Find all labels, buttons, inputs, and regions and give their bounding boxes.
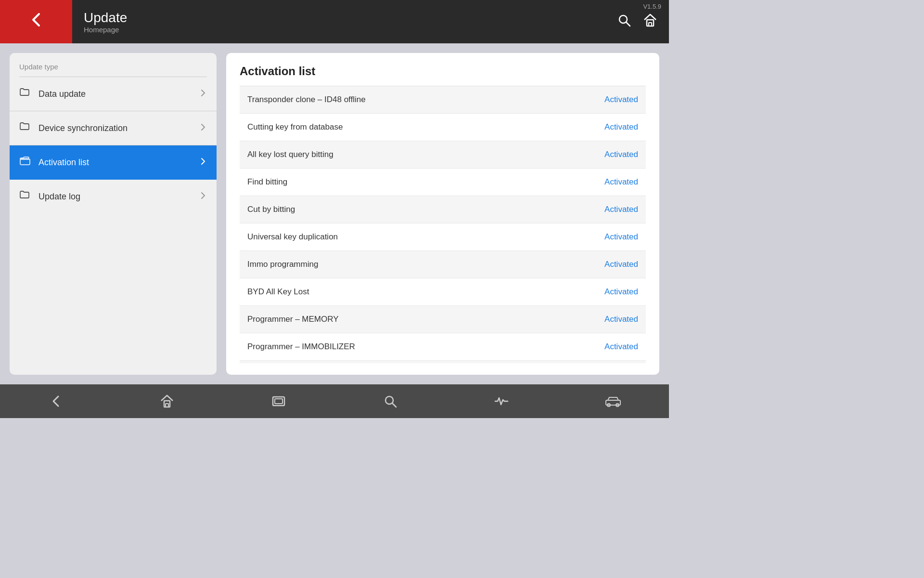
svg-rect-7 [275, 399, 282, 404]
activation-item-status: Activated [604, 315, 638, 324]
activation-item-name: Programmer – MEMORY [247, 315, 339, 324]
activation-row: Universal key duplicationActivated [240, 223, 646, 251]
content-panel: Activation list Transponder clone – ID48… [226, 53, 659, 375]
folder-open-icon [19, 155, 31, 170]
back-button[interactable] [0, 0, 72, 43]
activation-row: Find bittingActivated [240, 169, 646, 196]
folder-icon-sync [19, 121, 31, 135]
activation-item-name: Cut by bitting [247, 205, 295, 214]
activation-item-name: BYD All Key Lost [247, 287, 309, 297]
nav-activity-button[interactable] [487, 387, 516, 416]
activation-item-name: Cutting key from database [247, 122, 343, 132]
sidebar-label-activation: Activation list [38, 158, 199, 168]
back-arrow-icon [27, 11, 45, 32]
chevron-right-icon-log [199, 192, 207, 202]
page-title: Update [84, 10, 605, 26]
nav-back-button[interactable] [41, 387, 70, 416]
sidebar: Update type Data update Dev [10, 53, 217, 375]
header-title-block: Update Homepage [72, 10, 617, 34]
activation-item-name: Find bitting [247, 177, 287, 187]
activation-item-name: Immo programming [247, 260, 318, 269]
chevron-right-icon [199, 89, 207, 99]
folder-icon [19, 87, 31, 101]
activation-row: All key lost query bittingActivated [240, 141, 646, 169]
activation-item-status: Activated [604, 177, 638, 187]
activation-list[interactable]: Transponder clone – ID48 offlineActivate… [240, 86, 646, 363]
activation-item-status: Activated [604, 150, 638, 159]
activation-row: Programmer – IMMOBILIZERActivated [240, 333, 646, 361]
activation-item-name: Programmer – IMMOBILIZER [247, 342, 355, 352]
activation-item-name: Transponder clone – ID48 offline [247, 95, 366, 105]
activation-item-status: Activated [604, 95, 638, 105]
activation-item-name: All key lost query bitting [247, 150, 334, 159]
activation-item-status: Activated [604, 122, 638, 132]
activation-item-status: Activated [604, 260, 638, 269]
activation-item-status: Activated [604, 287, 638, 297]
activation-row: Programmer – DASHBOARDActivated [240, 361, 646, 363]
svg-line-1 [626, 22, 630, 26]
home-icon[interactable] [643, 13, 657, 31]
sidebar-item-data-update[interactable]: Data update [10, 77, 217, 111]
activation-item-status: Activated [604, 205, 638, 214]
sidebar-item-update-log[interactable]: Update log [10, 180, 217, 213]
nav-windows-button[interactable] [264, 387, 293, 416]
version-label: V1.5.9 [643, 3, 661, 10]
activation-item-status: Activated [604, 342, 638, 352]
sidebar-section-label: Update type [10, 63, 217, 77]
activation-row: BYD All Key LostActivated [240, 278, 646, 306]
sidebar-item-device-sync[interactable]: Device synchronization [10, 111, 217, 145]
activation-row: Cut by bittingActivated [240, 196, 646, 223]
activation-row: Programmer – MEMORYActivated [240, 306, 646, 333]
nav-search-button[interactable] [376, 387, 405, 416]
activation-row: Cutting key from databaseActivated [240, 114, 646, 141]
nav-home-button[interactable] [153, 387, 181, 416]
search-icon[interactable] [617, 13, 631, 31]
sidebar-label-device-sync: Device synchronization [38, 123, 199, 133]
activation-item-status: Activated [604, 232, 638, 242]
activation-row: Transponder clone – ID48 offlineActivate… [240, 86, 646, 114]
chevron-right-icon-sync [199, 123, 207, 133]
activation-item-name: Universal key duplication [247, 232, 338, 242]
bottom-navigation [0, 384, 669, 418]
sidebar-item-activation-list[interactable]: Activation list [10, 145, 217, 180]
nav-car-button[interactable] [599, 387, 628, 416]
page-subtitle: Homepage [84, 26, 605, 34]
chevron-right-icon-activation [199, 158, 207, 168]
activation-row: Immo programmingActivated [240, 251, 646, 278]
sidebar-label-update-log: Update log [38, 192, 199, 202]
sidebar-label-data-update: Data update [38, 89, 199, 99]
header-icons [617, 13, 669, 31]
svg-line-9 [392, 403, 396, 407]
content-title: Activation list [240, 65, 646, 78]
main-content: Update type Data update Dev [0, 43, 669, 384]
header: Update Homepage V1.5.9 [0, 0, 669, 43]
folder-icon-log [19, 189, 31, 204]
